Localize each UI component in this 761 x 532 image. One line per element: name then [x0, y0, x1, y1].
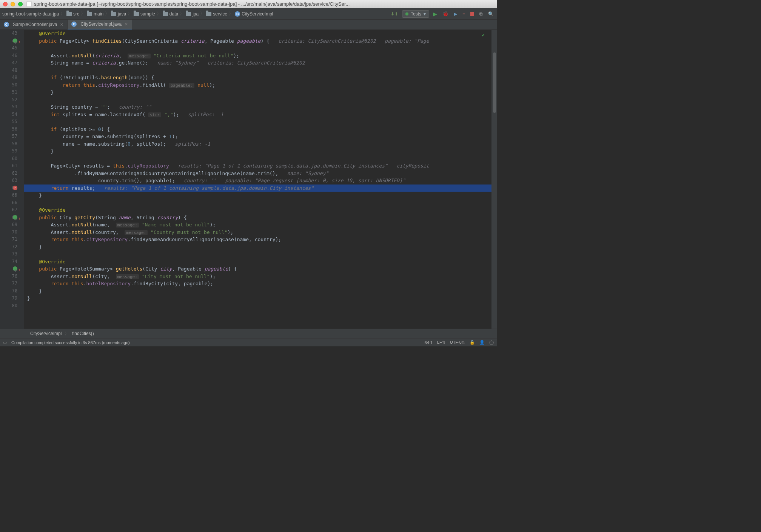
breadcrumb-segment[interactable]: jpa	[185, 11, 199, 17]
code-line[interactable]: Page<City> results = this.cityRepository…	[24, 162, 491, 170]
code-line[interactable]: public Page<City> findCities(CitySearchC…	[24, 37, 491, 45]
line-number[interactable]: 72⌃	[0, 243, 17, 251]
code-line[interactable]: String country = ""; country: ""	[24, 103, 491, 111]
code-line[interactable]	[24, 67, 491, 74]
code-line[interactable]: public Page<HotelSummary> getHotels(City…	[24, 265, 491, 273]
inspection-ok-icon[interactable]: ✔	[482, 31, 485, 39]
line-number[interactable]: 75↑⊖	[0, 265, 17, 273]
code-line[interactable]: }	[24, 148, 491, 155]
line-number[interactable]: 69	[0, 221, 17, 229]
code-line[interactable]: @Override	[24, 258, 491, 266]
line-number[interactable]: 50	[0, 81, 17, 89]
code-line[interactable]: country = name.substring(splitPos + 1);	[24, 133, 491, 140]
breadcrumb-segment[interactable]: src	[66, 11, 80, 17]
line-number[interactable]: 65⌃	[0, 192, 17, 199]
profile-button[interactable]: ≡	[461, 11, 467, 17]
line-number[interactable]: 51	[0, 89, 17, 96]
inspection-icon[interactable]: 👤	[479, 340, 485, 345]
breakpoint-marker-icon[interactable]: ✓	[13, 186, 17, 190]
code-line[interactable]	[24, 45, 491, 52]
line-number[interactable]: 45	[0, 45, 17, 52]
line-number[interactable]: 59	[0, 148, 17, 155]
code-line[interactable]: return this.cityRepository.findByNameAnd…	[24, 236, 491, 243]
code-line[interactable]: return this.cityRepository.findAll( page…	[24, 81, 491, 89]
line-number[interactable]: 79	[0, 295, 17, 302]
code-line[interactable]: @Override	[24, 30, 491, 37]
line-number[interactable]: 68↑⊖	[0, 214, 17, 221]
breadcrumb-segment[interactable]: sample	[133, 11, 156, 17]
line-number[interactable]: 76	[0, 273, 17, 280]
line-number[interactable]: 48	[0, 67, 17, 74]
breadcrumb-segment[interactable]: main	[86, 11, 104, 17]
line-number[interactable]: 49	[0, 74, 17, 81]
line-number[interactable]: 58	[0, 140, 17, 148]
code-line[interactable]: String name = criteria.getName(); name: …	[24, 59, 491, 67]
line-number[interactable]: 78⌃	[0, 288, 17, 295]
line-number[interactable]: 46	[0, 52, 17, 60]
line-number[interactable]: 60	[0, 155, 17, 163]
line-number[interactable]: 47	[0, 59, 17, 67]
run-button[interactable]: ▶	[431, 10, 439, 18]
editor-scrollbar[interactable]	[491, 30, 497, 329]
scroll-thumb[interactable]	[493, 52, 496, 113]
code-line[interactable]	[24, 199, 491, 207]
code-line[interactable]: return this.hotelRepository.findByCity(c…	[24, 280, 491, 288]
code-line[interactable]: name = name.substring(0, splitPos); spli…	[24, 140, 491, 148]
code-line[interactable]: if (splitPos >= 0) {	[24, 126, 491, 133]
close-window-button[interactable]	[3, 2, 8, 6]
code-line[interactable]: Assert.notNull(city, message: "City must…	[24, 273, 491, 280]
crumb-class[interactable]: CityServiceImpl	[30, 331, 62, 336]
coverage-button[interactable]: ▶	[452, 11, 459, 17]
line-number[interactable]: 74	[0, 258, 17, 266]
breadcrumb-segment[interactable]: data	[162, 11, 179, 17]
code-line[interactable]	[24, 302, 491, 310]
code-line[interactable]	[24, 251, 491, 258]
code-line[interactable]	[24, 96, 491, 104]
editor-tab[interactable]: CCityServiceImpl.java✕	[68, 20, 132, 29]
line-number[interactable]: 64✓	[0, 185, 17, 192]
code-line[interactable]: if (!StringUtils.hasLength(name)) {	[24, 74, 491, 81]
code-line[interactable]: Assert.notNull(criteria, message: "Crite…	[24, 52, 491, 60]
editor-tab[interactable]: CSampleController.java✕	[0, 20, 68, 29]
build-icon[interactable]: ⬇⬆	[389, 11, 400, 17]
code-area[interactable]: ✔ @Override public Page<City> findCities…	[24, 30, 491, 329]
line-number[interactable]: 54	[0, 111, 17, 118]
code-line[interactable]: Assert.notNull(country, message: "Countr…	[24, 229, 491, 236]
code-line[interactable]: public City getCity(String name, String …	[24, 214, 491, 221]
line-number[interactable]: 77	[0, 280, 17, 288]
line-number[interactable]: 53	[0, 103, 17, 111]
code-line[interactable]: Assert.notNull(name, message: "Name must…	[24, 221, 491, 229]
gutter[interactable]: 4344↑⊖4546474849505152535455565758596061…	[0, 30, 24, 329]
line-separator[interactable]: LF⇅	[437, 340, 445, 345]
line-number[interactable]: 63	[0, 177, 17, 185]
code-line[interactable]: .findByNameContainingAndCountryContainin…	[24, 170, 491, 177]
code-line[interactable]: }	[24, 89, 491, 96]
line-number[interactable]: 44↑⊖	[0, 37, 17, 45]
line-number[interactable]: 55	[0, 118, 17, 126]
encoding[interactable]: UTF-8⇅	[450, 340, 465, 345]
line-number[interactable]: 43	[0, 30, 17, 37]
breadcrumb-segment[interactable]: service	[205, 11, 228, 17]
code-line[interactable]: int splitPos = name.lastIndexOf( str: ",…	[24, 111, 491, 118]
line-number[interactable]: 80	[0, 302, 17, 310]
crumb-method[interactable]: findCities()	[72, 331, 94, 336]
memory-indicator[interactable]: ◯	[489, 340, 494, 345]
line-number[interactable]: 56	[0, 126, 17, 133]
line-number[interactable]: 52	[0, 96, 17, 104]
code-line[interactable]	[24, 155, 491, 163]
code-line[interactable]: country.trim(), pageable); country: "" p…	[24, 177, 491, 185]
close-tab-icon[interactable]: ✕	[125, 22, 128, 27]
maximize-window-button[interactable]	[18, 2, 23, 6]
code-line[interactable]: }	[24, 192, 491, 199]
debug-button[interactable]: 🐞	[441, 10, 450, 17]
line-number[interactable]: 61	[0, 162, 17, 170]
breadcrumb-root[interactable]: spring-boot-sample-data-jpa	[2, 11, 60, 17]
search-button[interactable]: 🔍	[487, 11, 495, 17]
minimize-window-button[interactable]	[11, 2, 15, 6]
stop-button[interactable]	[469, 11, 476, 17]
code-line[interactable]: }	[24, 243, 491, 251]
run-config-dropdown[interactable]: Tests ▾	[402, 10, 429, 18]
code-line[interactable]: }	[24, 288, 491, 295]
breadcrumb-file[interactable]: C CityServiceImpl	[234, 11, 274, 17]
line-number[interactable]: 70	[0, 229, 17, 236]
